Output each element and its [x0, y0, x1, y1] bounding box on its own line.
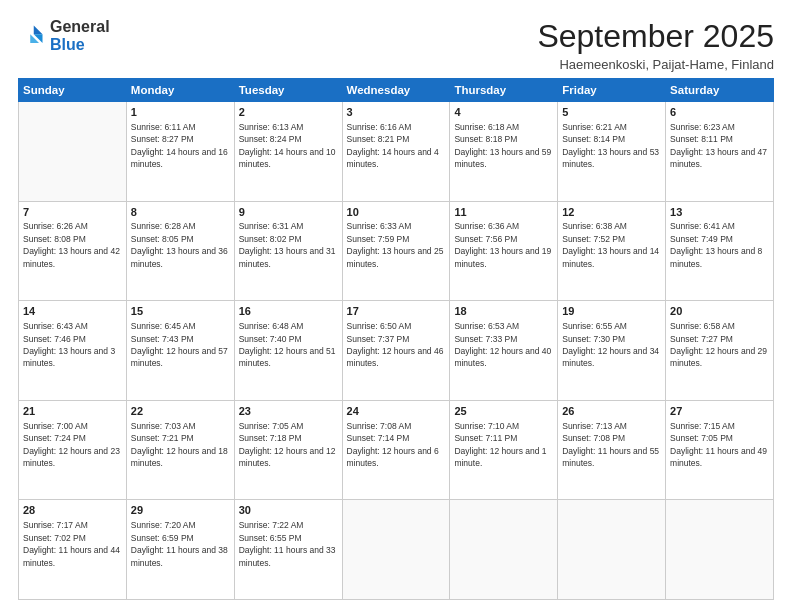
- day-number: 22: [131, 404, 230, 419]
- logo-general: General: [50, 18, 110, 35]
- table-cell: [19, 102, 127, 202]
- cell-sunset: Sunset: 7:21 PM: [131, 433, 194, 443]
- col-sunday: Sunday: [19, 79, 127, 102]
- cell-sunset: Sunset: 7:11 PM: [454, 433, 517, 443]
- table-cell: 27 Sunrise: 7:15 AM Sunset: 7:05 PM Dayl…: [666, 400, 774, 500]
- table-cell: [342, 500, 450, 600]
- day-number: 30: [239, 503, 338, 518]
- day-number: 15: [131, 304, 230, 319]
- cell-sunrise: Sunrise: 6:23 AM: [670, 122, 735, 132]
- cell-sunset: Sunset: 8:24 PM: [239, 134, 302, 144]
- table-cell: 3 Sunrise: 6:16 AM Sunset: 8:21 PM Dayli…: [342, 102, 450, 202]
- page: General Blue September 2025 Haemeenkoski…: [0, 0, 792, 612]
- cell-sunrise: Sunrise: 6:18 AM: [454, 122, 519, 132]
- table-cell: 18 Sunrise: 6:53 AM Sunset: 7:33 PM Dayl…: [450, 301, 558, 401]
- cell-sunset: Sunset: 7:30 PM: [562, 334, 625, 344]
- cell-sunset: Sunset: 7:08 PM: [562, 433, 625, 443]
- cell-daylight: Daylight: 12 hours and 1 minute.: [454, 446, 546, 468]
- cell-sunset: Sunset: 7:37 PM: [347, 334, 410, 344]
- col-monday: Monday: [126, 79, 234, 102]
- table-cell: 17 Sunrise: 6:50 AM Sunset: 7:37 PM Dayl…: [342, 301, 450, 401]
- svg-marker-0: [34, 25, 43, 34]
- day-number: 2: [239, 105, 338, 120]
- cell-sunset: Sunset: 7:43 PM: [131, 334, 194, 344]
- day-number: 23: [239, 404, 338, 419]
- day-number: 9: [239, 205, 338, 220]
- table-cell: 15 Sunrise: 6:45 AM Sunset: 7:43 PM Dayl…: [126, 301, 234, 401]
- cell-sunset: Sunset: 7:27 PM: [670, 334, 733, 344]
- day-number: 8: [131, 205, 230, 220]
- cell-sunrise: Sunrise: 6:55 AM: [562, 321, 627, 331]
- table-cell: 20 Sunrise: 6:58 AM Sunset: 7:27 PM Dayl…: [666, 301, 774, 401]
- day-number: 19: [562, 304, 661, 319]
- day-number: 5: [562, 105, 661, 120]
- cell-daylight: Daylight: 12 hours and 12 minutes.: [239, 446, 336, 468]
- header: General Blue September 2025 Haemeenkoski…: [18, 18, 774, 72]
- day-number: 18: [454, 304, 553, 319]
- cell-sunset: Sunset: 8:08 PM: [23, 234, 86, 244]
- table-cell: [666, 500, 774, 600]
- cell-daylight: Daylight: 12 hours and 29 minutes.: [670, 346, 767, 368]
- table-cell: 5 Sunrise: 6:21 AM Sunset: 8:14 PM Dayli…: [558, 102, 666, 202]
- cell-daylight: Daylight: 14 hours and 16 minutes.: [131, 147, 228, 169]
- cell-daylight: Daylight: 13 hours and 14 minutes.: [562, 246, 659, 268]
- cell-daylight: Daylight: 13 hours and 3 minutes.: [23, 346, 115, 368]
- cell-sunset: Sunset: 7:05 PM: [670, 433, 733, 443]
- table-cell: [558, 500, 666, 600]
- cell-daylight: Daylight: 13 hours and 59 minutes.: [454, 147, 551, 169]
- cell-daylight: Daylight: 11 hours and 38 minutes.: [131, 545, 228, 567]
- cell-daylight: Daylight: 11 hours and 44 minutes.: [23, 545, 120, 567]
- calendar-week-row: 28 Sunrise: 7:17 AM Sunset: 7:02 PM Dayl…: [19, 500, 774, 600]
- cell-sunrise: Sunrise: 6:53 AM: [454, 321, 519, 331]
- cell-daylight: Daylight: 13 hours and 36 minutes.: [131, 246, 228, 268]
- cell-daylight: Daylight: 13 hours and 31 minutes.: [239, 246, 336, 268]
- table-cell: 7 Sunrise: 6:26 AM Sunset: 8:08 PM Dayli…: [19, 201, 127, 301]
- calendar-week-row: 14 Sunrise: 6:43 AM Sunset: 7:46 PM Dayl…: [19, 301, 774, 401]
- day-number: 20: [670, 304, 769, 319]
- cell-sunrise: Sunrise: 7:20 AM: [131, 520, 196, 530]
- table-cell: 2 Sunrise: 6:13 AM Sunset: 8:24 PM Dayli…: [234, 102, 342, 202]
- calendar-week-row: 21 Sunrise: 7:00 AM Sunset: 7:24 PM Dayl…: [19, 400, 774, 500]
- cell-sunrise: Sunrise: 6:28 AM: [131, 221, 196, 231]
- cell-sunrise: Sunrise: 6:33 AM: [347, 221, 412, 231]
- cell-sunrise: Sunrise: 6:43 AM: [23, 321, 88, 331]
- day-number: 6: [670, 105, 769, 120]
- table-cell: 1 Sunrise: 6:11 AM Sunset: 8:27 PM Dayli…: [126, 102, 234, 202]
- day-number: 16: [239, 304, 338, 319]
- cell-sunrise: Sunrise: 6:13 AM: [239, 122, 304, 132]
- day-number: 26: [562, 404, 661, 419]
- cell-sunset: Sunset: 8:11 PM: [670, 134, 733, 144]
- calendar-week-row: 7 Sunrise: 6:26 AM Sunset: 8:08 PM Dayli…: [19, 201, 774, 301]
- day-number: 21: [23, 404, 122, 419]
- cell-sunset: Sunset: 7:49 PM: [670, 234, 733, 244]
- cell-sunset: Sunset: 7:59 PM: [347, 234, 410, 244]
- table-cell: 26 Sunrise: 7:13 AM Sunset: 7:08 PM Dayl…: [558, 400, 666, 500]
- cell-sunset: Sunset: 8:18 PM: [454, 134, 517, 144]
- cell-sunrise: Sunrise: 6:41 AM: [670, 221, 735, 231]
- cell-daylight: Daylight: 14 hours and 10 minutes.: [239, 147, 336, 169]
- cell-sunset: Sunset: 7:33 PM: [454, 334, 517, 344]
- cell-daylight: Daylight: 13 hours and 25 minutes.: [347, 246, 444, 268]
- cell-sunrise: Sunrise: 7:08 AM: [347, 421, 412, 431]
- day-number: 12: [562, 205, 661, 220]
- month-title: September 2025: [537, 18, 774, 55]
- cell-sunrise: Sunrise: 6:58 AM: [670, 321, 735, 331]
- col-thursday: Thursday: [450, 79, 558, 102]
- cell-daylight: Daylight: 13 hours and 8 minutes.: [670, 246, 762, 268]
- table-cell: 8 Sunrise: 6:28 AM Sunset: 8:05 PM Dayli…: [126, 201, 234, 301]
- cell-sunset: Sunset: 8:05 PM: [131, 234, 194, 244]
- cell-sunrise: Sunrise: 7:13 AM: [562, 421, 627, 431]
- cell-daylight: Daylight: 12 hours and 18 minutes.: [131, 446, 228, 468]
- col-friday: Friday: [558, 79, 666, 102]
- cell-sunset: Sunset: 7:56 PM: [454, 234, 517, 244]
- table-cell: 9 Sunrise: 6:31 AM Sunset: 8:02 PM Dayli…: [234, 201, 342, 301]
- cell-sunrise: Sunrise: 6:38 AM: [562, 221, 627, 231]
- cell-sunset: Sunset: 7:24 PM: [23, 433, 86, 443]
- table-cell: 21 Sunrise: 7:00 AM Sunset: 7:24 PM Dayl…: [19, 400, 127, 500]
- cell-daylight: Daylight: 12 hours and 57 minutes.: [131, 346, 228, 368]
- cell-sunrise: Sunrise: 6:11 AM: [131, 122, 196, 132]
- day-number: 25: [454, 404, 553, 419]
- day-number: 13: [670, 205, 769, 220]
- col-tuesday: Tuesday: [234, 79, 342, 102]
- cell-sunset: Sunset: 7:40 PM: [239, 334, 302, 344]
